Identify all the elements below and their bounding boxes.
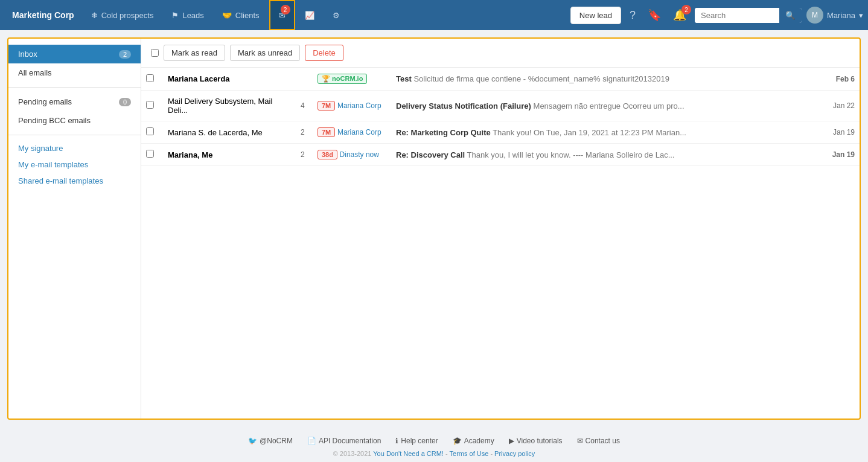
footer-video-tutorials[interactable]: ▶ Video tutorials <box>509 437 563 445</box>
footer-help-center[interactable]: ℹ Help center <box>395 437 438 445</box>
avatar: M <box>806 7 823 24</box>
email-tag[interactable]: 7M Mariana Corp <box>313 121 391 144</box>
footer-api-docs[interactable]: 📄 API Documentation <box>307 437 381 445</box>
tag-pill: 🏆 noCRM.io <box>318 74 367 84</box>
sidebar: Inbox 2 All emails Pending emails 0 Pend… <box>8 39 141 419</box>
email-toolbar: Mark as read Mark as unread Delete <box>141 39 860 68</box>
footer-academy[interactable]: 🎓 Academy <box>453 437 494 445</box>
nav-chart[interactable]: 📈 <box>296 0 323 30</box>
subject-preview: Mensagem não entregue Ocorreu um pro... <box>531 101 685 111</box>
main-content: Inbox 2 All emails Pending emails 0 Pend… <box>0 30 868 427</box>
notification-badge: 2 <box>681 5 691 14</box>
sidebar-pending-emails[interactable]: Pending emails 0 <box>8 92 141 111</box>
sidebar-divider-2 <box>8 135 141 135</box>
email-date: Jan 19 <box>823 144 860 166</box>
subject-bold: Re: Marketing Corp Quite <box>396 128 491 137</box>
email-tag[interactable]: 🏆 noCRM.io <box>313 68 391 91</box>
footer: 🐦 @NoCRM 📄 API Documentation ℹ Help cent… <box>0 427 868 462</box>
gear-icon: ⚙ <box>333 11 340 20</box>
row-checkbox[interactable] <box>146 127 154 135</box>
pending-emails-count: 0 <box>119 98 131 106</box>
footer-terms-link[interactable]: Terms of Use <box>450 450 491 457</box>
email-subject: Test Solicitud de firma que contiene - %… <box>391 68 823 91</box>
subject-bold: Test <box>396 74 412 83</box>
footer-twitter[interactable]: 🐦 @NoCRM <box>248 437 293 445</box>
pending-emails-label: Pending emails <box>18 97 72 106</box>
sidebar-divider-1 <box>8 87 141 88</box>
email-panel: Mark as read Mark as unread Delete Maria… <box>141 39 860 419</box>
search-button[interactable]: 🔍 <box>779 8 802 23</box>
sidebar-email-templates[interactable]: My e-mail templates <box>8 156 141 173</box>
search-input[interactable] <box>695 8 779 23</box>
nav-settings[interactable]: ⚙ <box>324 0 348 30</box>
snowflake-icon <box>91 11 98 20</box>
mail-badge: 2 <box>281 5 290 14</box>
nav-cold-prospects[interactable]: Cold prospects <box>83 0 162 30</box>
email-date: Feb 6 <box>823 68 860 91</box>
subject-bold: Re: Discovery Call <box>396 150 465 159</box>
tag-age-pill: 7M <box>318 127 335 137</box>
row-checkbox[interactable] <box>146 74 154 82</box>
brand-name[interactable]: Marketing Corp <box>5 10 81 20</box>
video-icon: ▶ <box>509 437 514 445</box>
inbox-count: 2 <box>119 50 131 59</box>
sidebar-inbox[interactable]: Inbox 2 <box>8 45 141 63</box>
email-subject: Re: Discovery Call Thank you, I will let… <box>391 144 823 166</box>
table-row[interactable]: Mariana, Me238d Dinasty nowRe: Discovery… <box>141 144 860 166</box>
twitter-icon: 🐦 <box>248 437 257 445</box>
top-navigation: Marketing Corp Cold prospects ⚑ Leads 🤝 … <box>0 0 868 30</box>
row-checkbox[interactable] <box>146 101 154 109</box>
subject-preview: Solicitud de firma que contiene - %docum… <box>412 74 669 83</box>
sidebar-all-emails[interactable]: All emails <box>8 63 141 82</box>
tag-link[interactable]: Dinasty now <box>340 150 379 159</box>
nav-right-area: New lead ? 🔖 🔔 2 🔍 M Mariana ▾ <box>570 6 863 24</box>
email-count: 4 <box>296 91 313 121</box>
table-row[interactable]: Mail Delivery Subsystem, Mail Deli...47M… <box>141 91 860 121</box>
footer-contact-us[interactable]: ✉ Contact us <box>577 437 620 445</box>
email-count <box>296 68 313 91</box>
delete-button[interactable]: Delete <box>305 45 343 61</box>
email-date: Jan 19 <box>823 121 860 144</box>
email-container: Inbox 2 All emails Pending emails 0 Pend… <box>7 37 861 420</box>
nav-leads[interactable]: ⚑ Leads <box>163 0 212 30</box>
help-button[interactable]: ? <box>626 7 639 24</box>
email-sender: Mail Delivery Subsystem, Mail Deli... <box>163 91 296 121</box>
tag-age-pill: 7M <box>318 101 335 111</box>
sidebar-pending-bcc[interactable]: Pending BCC emails <box>8 111 141 130</box>
email-list: Mariana Lacerda🏆 noCRM.ioTest Solicitud … <box>141 68 860 166</box>
select-all-checkbox[interactable] <box>151 49 159 57</box>
new-lead-button[interactable]: New lead <box>570 7 621 24</box>
email-tag[interactable]: 7M Mariana Corp <box>313 91 391 121</box>
table-row[interactable]: Mariana S. de Lacerda, Me27M Mariana Cor… <box>141 121 860 144</box>
email-date: Jan 22 <box>823 91 860 121</box>
chart-icon: 📈 <box>305 11 314 20</box>
email-tag[interactable]: 38d Dinasty now <box>313 144 391 166</box>
sidebar-my-signature[interactable]: My signature <box>8 140 141 156</box>
nav-mail[interactable]: ✉ 2 <box>269 0 295 30</box>
bookmark-button[interactable]: 🔖 <box>644 6 665 24</box>
tag-link[interactable]: Mariana Corp <box>337 101 381 110</box>
subject-bold: Delivery Status Notification (Failure) <box>396 101 531 111</box>
email-sender: Mariana Lacerda <box>163 68 296 91</box>
clients-icon: 🤝 <box>222 11 232 20</box>
table-row[interactable]: Mariana Lacerda🏆 noCRM.ioTest Solicitud … <box>141 68 860 91</box>
nav-clients[interactable]: 🤝 Clients <box>214 0 268 30</box>
email-count: 2 <box>296 121 313 144</box>
tag-link[interactable]: Mariana Corp <box>337 128 381 136</box>
pending-bcc-label: Pending BCC emails <box>18 116 91 125</box>
sidebar-shared-templates[interactable]: Shared e-mail templates <box>8 173 141 189</box>
user-menu[interactable]: M Mariana ▾ <box>806 7 863 24</box>
row-checkbox[interactable] <box>146 150 154 158</box>
all-emails-label: All emails <box>18 68 52 77</box>
footer-privacy-link[interactable]: Privacy policy <box>494 450 535 457</box>
tag-age-pill: 38d <box>318 150 337 159</box>
email-sender: Mariana, Me <box>163 144 296 166</box>
leads-icon: ⚑ <box>171 11 179 20</box>
doc-icon: 📄 <box>307 437 316 445</box>
chevron-down-icon: ▾ <box>859 11 863 20</box>
mark-read-button[interactable]: Mark as read <box>164 45 225 61</box>
mark-unread-button[interactable]: Mark as unread <box>230 45 300 61</box>
footer-ydnc-link[interactable]: You Don't Need a CRM! <box>373 450 445 457</box>
notifications-button[interactable]: 🔔 2 <box>669 6 690 24</box>
subject-preview: Thank you, I will let you know. ---- Mar… <box>465 150 674 159</box>
